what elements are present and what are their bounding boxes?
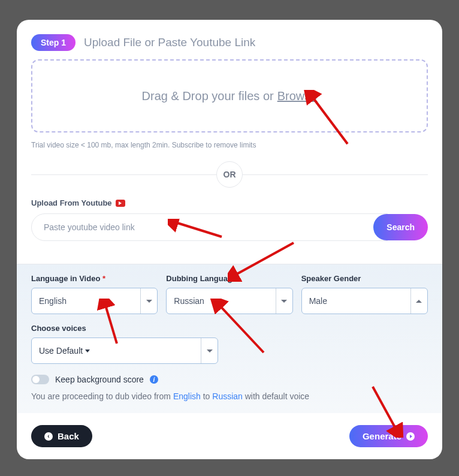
- label-speaker-gender: Speaker Gender: [301, 274, 428, 283]
- select-value: Use Default: [39, 346, 90, 356]
- field-choose-voices: Choose voices Use Default: [31, 324, 428, 364]
- label-choose-voices: Choose voices: [31, 324, 428, 333]
- upload-modal: Step 1 Upload File or Paste Youtube Link…: [17, 20, 442, 459]
- file-dropzone[interactable]: Drag & Drop your files or Browse: [31, 59, 428, 132]
- back-button[interactable]: ‹ Back: [31, 425, 92, 447]
- proceed-note: You are proceeding to dub video from Eng…: [31, 391, 428, 401]
- select-language-in-video[interactable]: English: [31, 288, 158, 314]
- youtube-icon: [116, 200, 125, 207]
- trial-note: Trial video size < 100 mb, max length 2m…: [31, 141, 428, 149]
- keep-background-score-toggle[interactable]: [31, 375, 49, 384]
- select-value: Male: [309, 296, 327, 306]
- youtube-row: Search: [31, 213, 428, 241]
- youtube-label: Upload From Youtube: [31, 198, 428, 207]
- browse-link[interactable]: Browse: [277, 89, 318, 103]
- field-language-in-video: Language in Video * English: [31, 274, 158, 314]
- search-button[interactable]: Search: [373, 214, 428, 240]
- select-choose-voices[interactable]: Use Default: [31, 338, 218, 364]
- select-speaker-gender[interactable]: Male: [301, 288, 428, 314]
- modal-header: Step 1 Upload File or Paste Youtube Link: [31, 34, 428, 51]
- chevron-down-icon: [140, 288, 157, 314]
- background-score-row: Keep background score i: [31, 375, 428, 384]
- select-value: English: [39, 296, 67, 306]
- field-speaker-gender: Speaker Gender Male: [301, 274, 428, 314]
- settings-panel: Language in Video * English Dubbing Lang…: [17, 264, 442, 413]
- select-value: Russian: [174, 296, 204, 306]
- field-dubbing-language: Dubbing Language* Russian: [166, 274, 292, 314]
- generate-button[interactable]: Generate: [349, 425, 428, 447]
- select-row: Language in Video * English Dubbing Lang…: [31, 274, 428, 314]
- or-badge: OR: [216, 161, 243, 188]
- label-dubbing-language: Dubbing Language*: [166, 274, 292, 283]
- modal-footer: ‹ Back Generate: [31, 425, 428, 447]
- chevron-up-icon: [410, 288, 427, 314]
- info-icon[interactable]: i: [150, 375, 158, 384]
- step-badge: Step 1: [31, 34, 76, 51]
- youtube-link-input[interactable]: [31, 213, 388, 241]
- or-divider: OR: [31, 161, 428, 188]
- label-language-in-video: Language in Video *: [31, 274, 158, 283]
- toggle-label: Keep background score: [55, 375, 144, 384]
- select-dubbing-language[interactable]: Russian: [166, 288, 292, 314]
- chevron-down-icon: [276, 288, 292, 314]
- back-circle-icon: ‹: [44, 432, 53, 441]
- chevron-down-icon: [201, 338, 218, 363]
- play-circle-icon: [406, 432, 415, 441]
- dropzone-text: Drag & Drop your files or: [142, 89, 274, 103]
- modal-title: Upload File or Paste Youtube Link: [84, 36, 255, 49]
